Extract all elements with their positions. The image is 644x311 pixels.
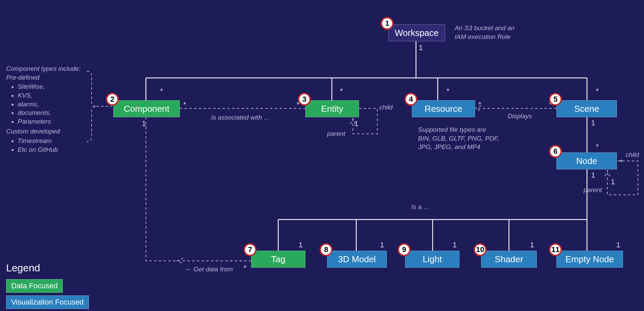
mult: 1 [354, 119, 358, 128]
mult: * [160, 87, 163, 96]
node-node: Node [556, 152, 617, 169]
badge-workspace: 1 [381, 17, 394, 30]
mult: 1 [530, 241, 534, 249]
mult: 1 [453, 241, 457, 249]
node-label: Workspace [395, 28, 439, 38]
badge-scene: 5 [549, 93, 562, 106]
badge-component: 2 [106, 93, 119, 106]
edge-label-child-n: child [626, 150, 639, 159]
connectors [0, 0, 644, 311]
badge-tag: 7 [244, 243, 257, 256]
note-component: Component types include: Pre-defined Sit… [6, 64, 94, 155]
node-label: Entity [321, 104, 343, 114]
node-model: 3D Model [327, 251, 387, 268]
node-label: Component [124, 104, 169, 114]
node-label: Scene [574, 104, 599, 114]
mult: 1 [299, 241, 303, 249]
mult: * [596, 142, 599, 151]
mult: 1 [142, 119, 146, 128]
note-resource: Supported file types are BIN, GLB, GLTF,… [418, 125, 499, 151]
legend-data-focused: Data Focused [6, 279, 63, 293]
node-label: Empty Node [565, 254, 614, 265]
badge-resource: 4 [404, 93, 417, 106]
badge-empty: 11 [549, 243, 562, 256]
note-list-custom: Timestream Etc on GitHub [18, 137, 94, 154]
edge-label-parent-n: parent [584, 186, 602, 194]
note-heading: Component types include: [6, 64, 94, 73]
note-subhead: Custom developed [6, 127, 94, 136]
note-list-predefined: SiteWise, KVS, alarms, documents, Parame… [18, 82, 94, 126]
badge-model: 8 [320, 243, 333, 256]
edge-label-isa: Is a … [411, 203, 430, 211]
legend-viz-focused: Visualization Focused [6, 295, 89, 309]
node-light: Light [405, 251, 459, 268]
badge-node: 6 [549, 145, 562, 158]
edge-label-displays: Displays [508, 112, 532, 121]
mult: 1 [591, 171, 595, 180]
node-shader: Shader [481, 251, 537, 268]
badge-light: 9 [398, 243, 411, 256]
diagram-canvas: Workspace 1 Component 2 Entity 3 Resourc… [0, 0, 644, 311]
legend-title: Legend [6, 262, 40, 274]
node-empty: Empty Node [556, 251, 623, 268]
mult: 1 [611, 178, 615, 186]
node-component: Component [113, 100, 180, 117]
edge-label-assoc: Is associated with … [211, 113, 270, 122]
node-label: 3D Model [338, 254, 376, 265]
mult: * [183, 100, 186, 109]
note-workspace: An S3 bucket and an IAM execution Role [455, 24, 514, 41]
mult: * [447, 87, 450, 96]
mult: * [620, 158, 623, 167]
edge-label-parent-e: parent [327, 129, 345, 138]
mult: 1 [380, 241, 384, 249]
node-label: Resource [424, 104, 462, 114]
node-resource: Resource [412, 100, 475, 117]
node-tag: Tag [251, 251, 305, 268]
node-scene: Scene [556, 100, 617, 117]
mult: * [340, 87, 343, 96]
node-label: Node [576, 156, 597, 166]
node-label: Light [423, 254, 442, 265]
mult: * [478, 100, 481, 109]
node-workspace: Workspace [388, 24, 445, 41]
mult: 1 [419, 43, 423, 52]
mult: * [244, 264, 247, 272]
badge-shader: 10 [474, 243, 487, 256]
note-subhead: Pre-defined [6, 73, 94, 82]
node-label: Shader [495, 254, 523, 265]
mult: 1 [591, 119, 595, 127]
edge-label-getdata: ← Get data from [185, 265, 233, 274]
edge-label-child-e: child [379, 103, 393, 112]
badge-entity: 3 [298, 93, 311, 106]
mult: * [596, 87, 599, 96]
mult: 1 [616, 241, 620, 249]
node-label: Tag [271, 254, 285, 265]
node-entity: Entity [305, 100, 359, 117]
